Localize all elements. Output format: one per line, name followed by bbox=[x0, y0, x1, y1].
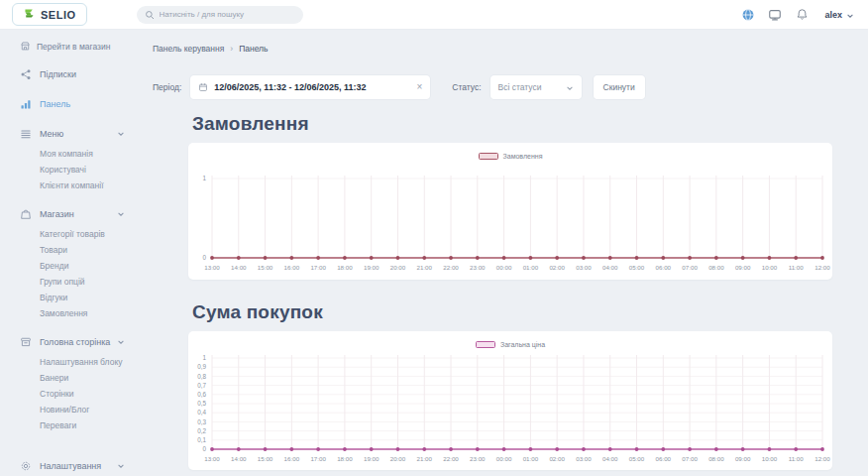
search-input[interactable] bbox=[160, 10, 295, 19]
chevron-down-icon bbox=[566, 78, 574, 96]
svg-text:17:00: 17:00 bbox=[310, 455, 326, 462]
header-actions: alex bbox=[740, 6, 854, 24]
sidebar-subitem[interactable]: Клієнти компанії bbox=[0, 178, 139, 193]
breadcrumb-item[interactable]: Панель bbox=[239, 44, 268, 54]
sidebar-item-label: Меню bbox=[40, 129, 63, 139]
svg-text:04:00: 04:00 bbox=[602, 264, 618, 271]
sidebar-children-menu: Моя компаніяКористувачіКлієнти компанії bbox=[0, 146, 139, 193]
breadcrumb-separator: › bbox=[230, 44, 233, 54]
svg-text:18:00: 18:00 bbox=[337, 455, 353, 462]
sidebar-subitem[interactable]: Новини/Блог bbox=[0, 402, 139, 417]
purchases-chart: 10,90,80,70,60,50,40,30,20,1013:0014:001… bbox=[188, 351, 832, 470]
svg-text:06:00: 06:00 bbox=[656, 455, 672, 462]
sidebar-subitem[interactable]: Банери bbox=[0, 370, 139, 386]
svg-text:0: 0 bbox=[202, 445, 206, 452]
sidebar-subitem[interactable]: Сторінки bbox=[0, 386, 139, 402]
svg-text:1: 1 bbox=[202, 175, 206, 181]
svg-text:16:00: 16:00 bbox=[284, 455, 300, 462]
svg-text:00:00: 00:00 bbox=[496, 455, 512, 462]
breadcrumb-item[interactable]: Панель керування bbox=[153, 44, 224, 54]
bell-icon[interactable] bbox=[794, 7, 810, 23]
breadcrumb: Панель керування›Панель bbox=[153, 44, 868, 54]
store-icon bbox=[20, 208, 32, 220]
user-name: alex bbox=[824, 10, 842, 20]
orders-chart-card: Замовлення 1013:0014:0015:0016:0017:0018… bbox=[188, 143, 832, 280]
sidebar-item-menu[interactable]: Меню bbox=[0, 125, 139, 143]
purchases-chart-card: Загальна ціна 10,90,80,70,60,50,40,30,20… bbox=[188, 331, 832, 470]
sidebar-item-subscriptions[interactable]: Підписки bbox=[0, 65, 139, 83]
svg-text:09:00: 09:00 bbox=[735, 455, 751, 462]
charts-area: Замовлення Замовлення 1013:0014:0015:001… bbox=[188, 113, 868, 470]
svg-text:08:00: 08:00 bbox=[708, 455, 724, 462]
svg-text:22:00: 22:00 bbox=[443, 264, 459, 271]
svg-text:14:00: 14:00 bbox=[231, 264, 247, 271]
sidebar-subitem[interactable]: Відгуки bbox=[0, 290, 139, 305]
sidebar-subitem[interactable]: Категорії товарів bbox=[0, 226, 139, 242]
sidebar-item-store[interactable]: Магазин bbox=[0, 205, 139, 223]
sidebar-section-dashboard: Панель bbox=[0, 95, 139, 113]
status-selected-value: Всі статуси bbox=[498, 82, 566, 92]
period-range-input[interactable]: × bbox=[190, 75, 430, 99]
svg-text:21:00: 21:00 bbox=[417, 264, 433, 271]
sidebar-subitem[interactable]: Бренди bbox=[0, 258, 139, 274]
sidebar-subitem[interactable]: Моя компанія bbox=[0, 146, 139, 162]
goto-store-icon bbox=[20, 41, 31, 54]
svg-text:21:00: 21:00 bbox=[417, 455, 433, 462]
calendar-icon bbox=[198, 78, 208, 96]
period-value-input[interactable] bbox=[214, 82, 410, 92]
svg-text:11:00: 11:00 bbox=[789, 455, 805, 462]
legend-item[interactable]: Загальна ціна bbox=[476, 341, 545, 348]
sidebar-item-dashboard[interactable]: Панель bbox=[0, 95, 139, 113]
legend-swatch bbox=[479, 153, 498, 160]
sidebar-item-homepage[interactable]: Головна сторінка bbox=[0, 333, 139, 351]
sidebar-subitem[interactable]: Налаштування блоку bbox=[0, 354, 139, 370]
svg-text:0: 0 bbox=[202, 254, 206, 261]
sidebar-subitem[interactable]: Користувачі bbox=[0, 162, 139, 178]
homepage-icon bbox=[20, 336, 32, 348]
svg-text:20:00: 20:00 bbox=[390, 455, 406, 462]
sidebar-item-label: Налаштування bbox=[40, 461, 101, 471]
reset-button[interactable]: Скинути bbox=[594, 75, 645, 99]
clear-period-icon[interactable]: × bbox=[416, 82, 422, 92]
subscriptions-icon bbox=[20, 68, 32, 80]
svg-text:00:00: 00:00 bbox=[496, 264, 512, 271]
svg-text:01:00: 01:00 bbox=[523, 264, 539, 271]
orders-chart: 1013:0014:0015:0016:0017:0018:0019:0020:… bbox=[188, 163, 832, 280]
sidebar-section-settings: Налаштування bbox=[0, 457, 139, 475]
svg-text:05:00: 05:00 bbox=[629, 264, 645, 271]
sidebar-item-label: Підписки bbox=[40, 69, 76, 79]
svg-text:09:00: 09:00 bbox=[735, 264, 751, 271]
svg-text:17:00: 17:00 bbox=[310, 264, 326, 271]
user-menu[interactable]: alex bbox=[824, 6, 854, 24]
svg-text:23:00: 23:00 bbox=[470, 455, 486, 462]
app-logo-text: SELIO bbox=[41, 9, 76, 21]
top-header: SELIO bbox=[0, 0, 868, 30]
svg-text:15:00: 15:00 bbox=[258, 264, 273, 271]
svg-text:03:00: 03:00 bbox=[576, 264, 592, 271]
svg-text:12:00: 12:00 bbox=[814, 264, 830, 271]
svg-text:03:00: 03:00 bbox=[576, 455, 592, 462]
sidebar: Перейти в магазин ПідпискиПанельМенюМоя … bbox=[0, 30, 139, 476]
svg-text:1: 1 bbox=[202, 354, 206, 361]
legend-item[interactable]: Замовлення bbox=[479, 153, 543, 160]
sidebar-subitem[interactable]: Замовлення bbox=[0, 305, 139, 321]
filter-bar: Період: × Статус: Всі статуси Скин bbox=[153, 75, 868, 99]
sidebar-section-homepage: Головна сторінкаНалаштування блокуБанери… bbox=[0, 333, 139, 433]
svg-text:0,1: 0,1 bbox=[197, 436, 206, 443]
svg-text:14:00: 14:00 bbox=[231, 455, 247, 462]
svg-text:02:00: 02:00 bbox=[549, 264, 565, 271]
global-search[interactable] bbox=[137, 6, 303, 24]
sidebar-item-goto-store[interactable]: Перейти в магазин bbox=[20, 40, 139, 54]
sidebar-subitem[interactable]: Групи опцій bbox=[0, 274, 139, 290]
svg-text:20:00: 20:00 bbox=[390, 264, 406, 271]
globe-icon[interactable] bbox=[740, 7, 756, 23]
sidebar-subitem[interactable]: Товари bbox=[0, 242, 139, 258]
monitor-icon[interactable] bbox=[767, 7, 783, 23]
sidebar-item-label: Перейти в магазин bbox=[37, 42, 110, 52]
status-select[interactable]: Всі статуси bbox=[490, 75, 582, 99]
app-logo[interactable]: SELIO bbox=[12, 3, 87, 26]
svg-text:01:00: 01:00 bbox=[523, 455, 539, 462]
sidebar-subitem[interactable]: Переваги bbox=[0, 417, 139, 433]
sidebar-item-settings[interactable]: Налаштування bbox=[0, 457, 139, 475]
chart-legend: Замовлення bbox=[188, 151, 832, 161]
